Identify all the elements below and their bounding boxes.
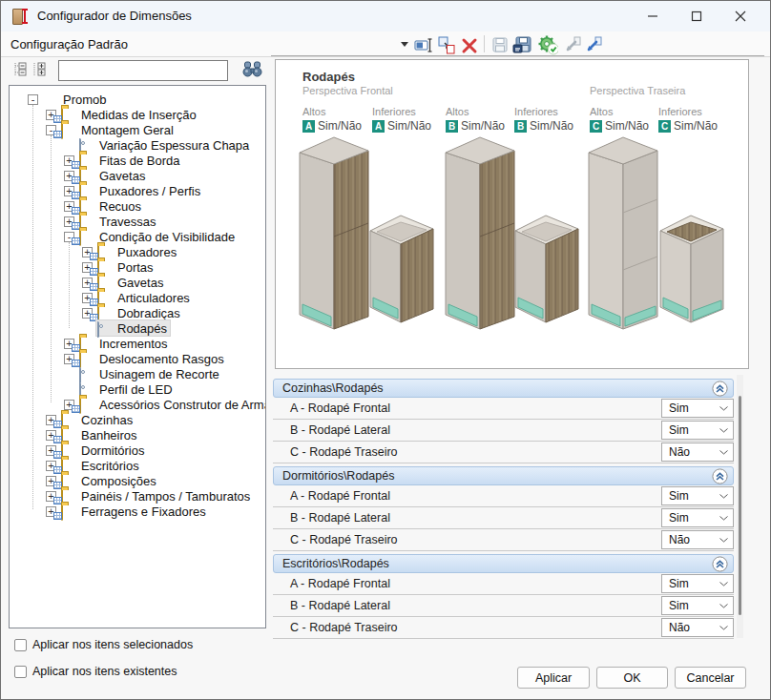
tree-item-label: Puxadores / Perfis [99,184,200,198]
badge-c: C [590,120,602,133]
setting-row: A - Rodapé FrontalSim [273,485,734,507]
search-input[interactable] [58,60,228,81]
dropdown-rodape-traseiro[interactable]: Não [661,618,734,637]
dropdown-rodape-traseiro[interactable]: Não [661,530,734,549]
preview-panel: Rodapés Perspectiva Frontal Perspectiva … [275,59,749,369]
collapse-all-button[interactable] [12,61,30,78]
tree-item[interactable]: +Acessórios Construtor de Armários [10,397,266,412]
dropdown-rodape-lateral[interactable]: Sim [661,421,734,440]
dropdown-rodape-frontal[interactable]: Sim [661,486,734,505]
section-header[interactable]: Cozinhas\Rodapés [273,379,734,398]
dropdown-rodape-lateral[interactable]: Sim [661,508,734,527]
tree-item[interactable]: Usinagem de Recorte [10,366,266,381]
dropdown-rodape-traseiro[interactable]: Não [661,443,734,462]
apply-selected-button[interactable] [562,34,583,55]
tree-item-label: Variação Espessura Chapa [99,138,249,153]
setting-row: B - Rodapé LateralSim [273,595,734,617]
tree-item[interactable]: +Dobradiças [10,305,266,320]
configuration-combo[interactable]: Configuração Padrão [1,31,411,56]
tree-item[interactable]: +Incrementos [10,336,266,351]
tree-item[interactable]: +Medidas de Inserção [10,107,266,122]
tree-item-label: Ferragens e Fixadores [81,504,206,519]
section-cozinhas: Cozinhas\Rodapés A - Rodapé FrontalSim B… [273,379,734,463]
chevron-down-icon [719,516,728,521]
scrollbar-thumb[interactable] [739,396,741,615]
tree-item[interactable]: +Cozinhas [10,412,266,427]
tree-item-label: Gavetas [117,276,163,290]
tree-item[interactable]: +Puxadores [10,244,266,259]
tree-item[interactable]: +Escritórios [10,458,266,473]
tree-item[interactable]: -Condição de Visibilidade [10,229,266,244]
row-label: B - Rodapé Lateral [273,599,390,612]
tree-item-rodapes-selected[interactable]: Rodapés [10,320,266,336]
tree-item[interactable]: +Ferragens e Fixadores [10,504,266,519]
folder-icon [61,505,77,518]
tree-item[interactable]: +Puxadores / Perfis [10,183,266,198]
combo-dropdown-arrow[interactable] [401,42,408,47]
title-bar: Configurador de Dimensões [1,1,770,31]
tree-item[interactable]: +Travessas [10,214,266,229]
chevron-down-icon [719,450,728,455]
section-header[interactable]: Dormitórios\Rodapés [273,466,734,485]
preview-column: InferioresASim/Não [372,106,439,133]
dropdown-rodape-frontal[interactable]: Sim [661,399,734,418]
folder-icon [97,246,114,258]
tree-item[interactable]: Perfil de LED [10,381,266,397]
arrow-page-icon [584,35,603,54]
tree-item[interactable]: +Dormitórios [10,443,266,458]
collapse-button[interactable] [712,381,728,397]
chevron-up-double-icon [712,468,728,484]
save-button[interactable] [490,34,511,55]
folder-icon [79,399,95,411]
checkbox-apply-selected[interactable] [14,639,27,651]
collapse-button[interactable] [712,468,728,484]
row-label: B - Rodapé Lateral [273,423,390,437]
delete-icon [460,35,479,54]
tree-item[interactable]: +Composições [10,473,266,488]
folder-icon [79,200,95,213]
tree-item[interactable]: +Gavetas [10,168,266,183]
tree-item[interactable]: -Montagem Geral [10,122,266,137]
tree-item-label: Painéis / Tampos / Tamburatos [81,489,250,504]
folder-icon [61,429,77,442]
rename-config-button[interactable] [413,34,434,55]
minimize-button[interactable] [631,1,675,31]
tree-expander[interactable]: - [28,94,38,105]
tree-item[interactable]: +Banheiros [10,427,266,443]
copy-config-button[interactable] [436,34,457,55]
tree-item[interactable]: +Articuladores [10,290,266,305]
tree-item[interactable]: +Painéis / Tampos / Tamburatos [10,488,266,504]
find-button[interactable] [241,59,264,80]
folder-icon [79,154,95,167]
dropdown-rodape-frontal[interactable]: Sim [661,574,734,593]
close-button[interactable] [719,1,762,31]
promob-icon [43,93,59,106]
tree-item[interactable]: +Recuos [10,198,266,214]
section-header[interactable]: Escritórios\Rodapés [273,554,734,573]
ok-button[interactable]: OK [596,667,668,689]
apply-existing-button[interactable] [583,34,604,55]
delete-config-button[interactable] [459,34,480,55]
save-config-file-button[interactable] [512,34,533,55]
configuration-name: Configuração Padrão [10,37,128,51]
apply-button[interactable]: Aplicar [517,667,590,689]
tree-item-label: Incrementos [99,337,168,351]
maximize-button[interactable] [675,1,719,31]
dropdown-rodape-lateral[interactable]: Sim [661,596,734,615]
update-config-button[interactable] [537,34,558,55]
tree-item[interactable]: +Deslocamento Rasgos [10,351,266,366]
expand-all-button[interactable] [31,61,49,78]
tree-item[interactable]: +Portas [10,259,266,275]
tree-item[interactable]: Variação Espessura Chapa [10,137,266,153]
preview-column: InferioresBSim/Não [514,106,581,133]
preview-column: AltosBSim/Não [446,106,512,133]
checkbox-apply-existing[interactable] [14,666,27,678]
tree-item[interactable]: +Fitas de Borda [10,153,266,168]
sections-scrollbar[interactable] [737,375,743,638]
tree-item-promob[interactable]: -Promob [10,92,266,107]
rename-icon [414,35,433,54]
cancel-button[interactable]: Cancelar [675,667,746,689]
collapse-button[interactable] [712,556,728,572]
tree-item[interactable]: +Gavetas [10,275,266,290]
tree-item-label: Banheiros [81,428,137,443]
